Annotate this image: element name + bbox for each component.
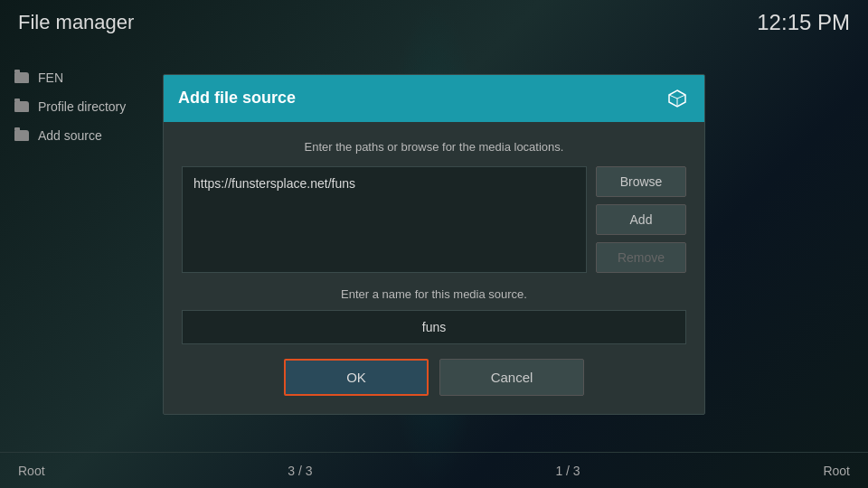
path-instruction: Enter the paths or browse for the media … [182, 140, 686, 154]
svg-line-2 [677, 95, 685, 99]
dialog-title: Add file source [178, 89, 296, 108]
browse-button[interactable]: Browse [596, 166, 686, 197]
path-buttons: Browse Add Remove [596, 166, 686, 273]
remove-button[interactable]: Remove [596, 242, 686, 273]
dialog-header: Add file source [164, 75, 704, 122]
add-file-source-dialog: Add file source Enter the paths or brows… [163, 74, 705, 415]
kodi-icon [665, 86, 690, 111]
cancel-button[interactable]: Cancel [439, 359, 584, 396]
name-input[interactable] [182, 310, 686, 344]
svg-line-1 [669, 95, 677, 99]
dialog-overlay: Add file source Enter the paths or brows… [0, 0, 868, 488]
name-instruction: Enter a name for this media source. [182, 287, 686, 301]
path-input-area[interactable]: https://funstersplace.net/funs [182, 166, 587, 273]
dialog-body: Enter the paths or browse for the media … [164, 122, 704, 414]
dialog-footer: OK Cancel [182, 359, 686, 399]
path-value: https://funstersplace.net/funs [193, 176, 355, 191]
add-button[interactable]: Add [596, 204, 686, 235]
ok-button[interactable]: OK [284, 359, 429, 396]
path-section: https://funstersplace.net/funs Browse Ad… [182, 166, 686, 273]
